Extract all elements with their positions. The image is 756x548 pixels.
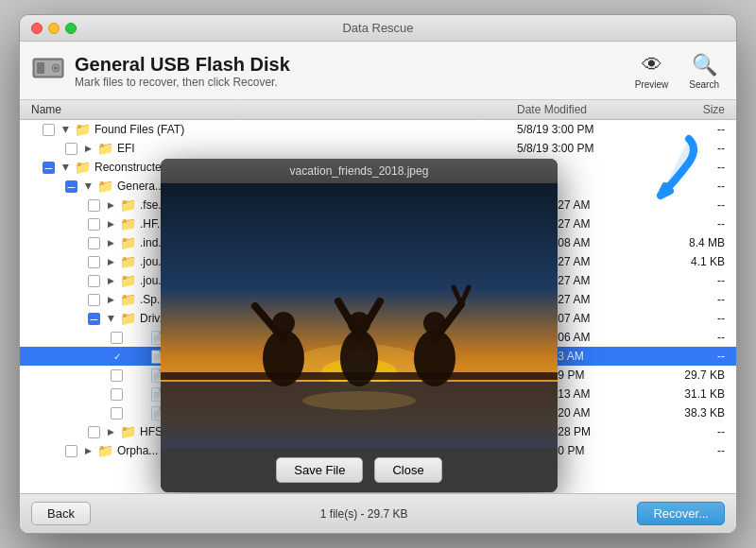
modal-titlebar: vacation_friends_2018.jpeg xyxy=(161,159,558,183)
file-size: -- xyxy=(659,293,725,306)
folder-icon: 📁 xyxy=(120,254,136,269)
checkbox[interactable] xyxy=(111,369,123,382)
instruction-text: Mark files to recover, then click Recove… xyxy=(75,76,290,89)
checkbox[interactable] xyxy=(88,275,100,287)
file-size: -- xyxy=(659,180,725,193)
file-size: -- xyxy=(659,312,725,325)
preview-image xyxy=(161,183,558,448)
file-size: -- xyxy=(659,444,725,457)
back-button[interactable]: Back xyxy=(31,502,91,525)
expand-icon: ▶ xyxy=(108,427,114,437)
expand-icon: ▶ xyxy=(108,238,114,248)
drive-name: General USB Flash Disk xyxy=(75,54,290,76)
preview-button[interactable]: 👁 Preview xyxy=(629,49,675,94)
table-row[interactable]: ▶ 📁 EFI 5/8/19 3:00 PM -- xyxy=(20,139,736,158)
expand-icon: ▶ xyxy=(84,183,94,190)
bottom-bar: Back 1 file(s) - 29.7 KB Recover... xyxy=(20,493,736,533)
search-label: Search xyxy=(689,79,719,90)
status-text: 1 file(s) - 29.7 KB xyxy=(320,507,408,521)
checkbox[interactable] xyxy=(111,332,123,344)
file-name: EFI xyxy=(117,142,135,155)
header-left: General USB Flash Disk Mark files to rec… xyxy=(31,54,290,89)
expand-icon: ▶ xyxy=(108,295,114,304)
drive-icon xyxy=(31,55,65,88)
file-size: -- xyxy=(659,123,725,136)
expand-icon: ▶ xyxy=(108,200,114,210)
folder-icon: 📁 xyxy=(120,311,136,326)
expand-icon: ▶ xyxy=(61,127,71,133)
main-content: ▶ 📁 Found Files (FAT) 5/8/19 3:00 PM -- … xyxy=(20,120,736,493)
expand-icon: ▶ xyxy=(108,257,114,266)
file-size: -- xyxy=(659,350,725,363)
file-size: 31.1 KB xyxy=(659,387,725,401)
header: General USB Flash Disk Mark files to rec… xyxy=(20,42,736,100)
checkbox[interactable] xyxy=(65,445,77,457)
folder-icon: 📁 xyxy=(120,197,136,213)
expand-icon: ▶ xyxy=(108,276,114,285)
titlebar: Data Rescue xyxy=(20,15,736,42)
file-size: -- xyxy=(659,425,725,438)
maximize-button[interactable] xyxy=(65,23,77,34)
checkbox[interactable]: – xyxy=(65,180,77,193)
modal-buttons: Save File Close xyxy=(161,448,558,492)
close-button[interactable] xyxy=(31,23,43,34)
file-name: Genera... xyxy=(117,180,164,193)
preview-modal: vacation_friends_2018.jpeg xyxy=(161,159,558,492)
folder-icon: 📁 xyxy=(120,424,136,439)
checkbox[interactable] xyxy=(111,388,123,401)
expand-icon: ▶ xyxy=(107,316,116,322)
expand-icon: ▶ xyxy=(85,446,92,455)
checkbox[interactable] xyxy=(88,294,100,306)
col-header-size: Size xyxy=(659,103,725,116)
folder-icon: 📁 xyxy=(75,122,91,137)
file-name: Found Files (FAT) xyxy=(94,123,184,136)
folder-icon: 📁 xyxy=(75,160,91,175)
file-size: 4.1 KB xyxy=(659,255,725,268)
checkbox[interactable]: – xyxy=(43,162,55,174)
col-header-name: Name xyxy=(31,103,517,116)
preview-icon: 👁 xyxy=(642,53,662,77)
file-size: -- xyxy=(659,331,725,344)
folder-icon: 📁 xyxy=(120,273,136,288)
checkbox[interactable] xyxy=(88,256,100,268)
file-name: Orpha... xyxy=(117,444,158,457)
col-header-date: Date Modified xyxy=(517,103,659,116)
column-headers: Name Date Modified Size xyxy=(20,100,736,120)
expand-icon: ▶ xyxy=(85,144,92,153)
checkbox[interactable] xyxy=(88,199,100,212)
file-name: Reconstructed xyxy=(94,161,167,174)
minimize-button[interactable] xyxy=(48,23,60,34)
checkbox[interactable] xyxy=(111,407,123,420)
search-icon: 🔍 xyxy=(692,53,717,77)
file-date: 5/8/19 3:00 PM xyxy=(517,123,659,136)
traffic-lights xyxy=(31,23,77,34)
header-actions: 👁 Preview 🔍 Search xyxy=(629,49,725,94)
svg-point-4 xyxy=(55,67,58,70)
folder-icon: 📁 xyxy=(120,292,136,307)
table-row[interactable]: ▶ 📁 Found Files (FAT) 5/8/19 3:00 PM -- xyxy=(20,120,736,139)
folder-icon: 📁 xyxy=(97,141,113,156)
folder-icon: 📁 xyxy=(120,235,136,250)
checkbox[interactable] xyxy=(43,124,55,136)
header-text: General USB Flash Disk Mark files to rec… xyxy=(75,54,290,89)
checkbox[interactable] xyxy=(88,426,100,438)
file-size: 38.3 KB xyxy=(659,406,725,420)
file-size: -- xyxy=(659,217,725,231)
close-modal-button[interactable]: Close xyxy=(374,457,441,483)
recover-button[interactable]: Recover... xyxy=(637,502,725,525)
file-date: 5/8/19 3:00 PM xyxy=(517,142,659,155)
folder-icon: 📁 xyxy=(97,179,113,194)
expand-icon: ▶ xyxy=(61,164,71,171)
search-button[interactable]: 🔍 Search xyxy=(683,49,725,94)
file-size: -- xyxy=(659,142,725,155)
window-title: Data Rescue xyxy=(342,21,413,35)
checkbox[interactable] xyxy=(88,218,100,231)
preview-label: Preview xyxy=(635,79,669,90)
file-size: -- xyxy=(659,274,725,287)
file-size: 8.4 MB xyxy=(659,236,725,249)
checkbox[interactable]: ✓ xyxy=(111,351,123,363)
checkbox[interactable] xyxy=(65,143,77,155)
checkbox[interactable] xyxy=(88,237,100,249)
checkbox[interactable]: – xyxy=(88,313,100,325)
save-file-button[interactable]: Save File xyxy=(276,457,363,483)
